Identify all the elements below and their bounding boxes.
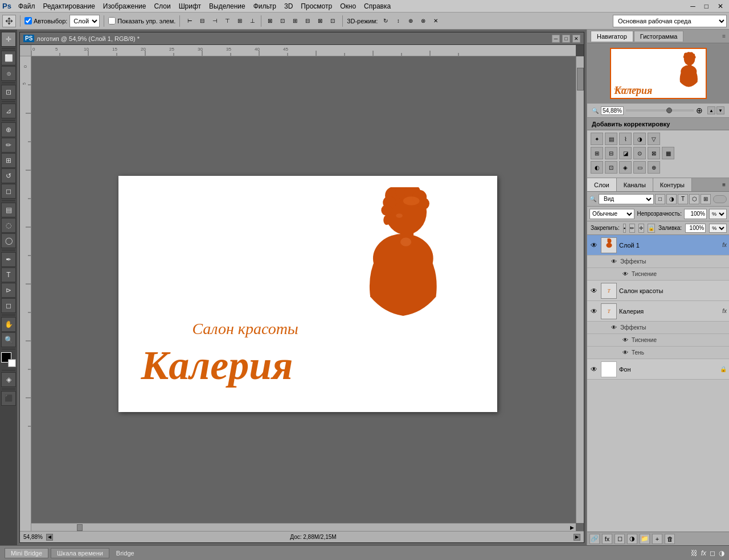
menu-view[interactable]: Просмотр xyxy=(297,1,335,11)
adj-colorlookup-icon[interactable]: ▦ xyxy=(662,147,674,159)
adj-posterize-icon[interactable]: ⊡ xyxy=(605,161,617,174)
align-center-v-icon[interactable]: ⊞ xyxy=(234,15,245,27)
menu-edit[interactable]: Редактирование xyxy=(39,1,98,11)
adj-gradient-map-icon[interactable]: ▭ xyxy=(633,161,646,174)
lock-transparency-btn[interactable]: ▪ xyxy=(623,224,626,233)
nav-btn-1[interactable]: ▲ xyxy=(707,106,715,114)
layers-kind-select[interactable]: Вид xyxy=(599,194,654,204)
layers-filter-pixel-btn[interactable]: □ xyxy=(655,194,665,204)
menu-filter[interactable]: Фильтр xyxy=(250,1,280,11)
marquee-tool[interactable]: ⬜ xyxy=(1,51,16,65)
tab-layers[interactable]: Слои xyxy=(587,178,617,191)
layer-visibility-salon[interactable]: 👁 xyxy=(589,286,599,295)
menu-font[interactable]: Шрифт xyxy=(175,1,204,11)
eyedropper-tool[interactable]: ⊿ xyxy=(1,104,16,118)
align-bottom-icon[interactable]: ⊥ xyxy=(247,15,258,27)
history-brush-tool[interactable]: ↺ xyxy=(1,168,16,183)
canvas-close-btn[interactable]: ✕ xyxy=(572,35,580,43)
layer-sub-shadow-k[interactable]: 👁 Тень xyxy=(587,347,729,359)
crop-tool[interactable]: ⊡ xyxy=(1,85,16,100)
zoom-in-icon[interactable]: ⊕ xyxy=(696,106,703,115)
3d-orbit-icon[interactable]: ⊗ xyxy=(417,15,429,27)
quick-mask-tool[interactable]: ◈ xyxy=(1,372,16,387)
adj-selective-color-icon[interactable]: ⊕ xyxy=(648,161,660,174)
distribute-center-h-icon[interactable]: ⊡ xyxy=(277,15,288,27)
canvas-minimize-btn[interactable]: ─ xyxy=(552,35,560,43)
align-left-icon[interactable]: ⊢ xyxy=(184,15,195,27)
layers-filter-toggle[interactable] xyxy=(713,195,727,203)
layer-style-btn[interactable]: fx xyxy=(602,534,612,544)
layer-sub-effects-k[interactable]: 👁 Эффекты xyxy=(587,322,729,334)
layers-blend-mode-select[interactable]: Обычные xyxy=(589,209,634,219)
layers-panel-menu-btn[interactable]: ≡ xyxy=(719,182,729,188)
layer-sub-eye-1[interactable]: 👁 xyxy=(610,258,618,266)
scrollbar-h-thumb[interactable] xyxy=(77,524,83,531)
layers-filter-shape-btn[interactable]: ⬡ xyxy=(689,194,699,204)
pen-tool[interactable]: ✒ xyxy=(1,252,16,267)
show-transform-checkbox[interactable]: Показать упр. элем. xyxy=(108,17,175,24)
menu-3d[interactable]: 3D xyxy=(281,1,296,11)
scrollbar-v-thumb[interactable] xyxy=(577,68,584,90)
layers-opacity-input[interactable] xyxy=(684,209,707,219)
canvas-restore-btn[interactable]: □ xyxy=(562,35,570,43)
canvas-scroll-area[interactable]: Салон красоты Калерия ▶ xyxy=(31,56,584,531)
nav-btn-2[interactable]: ▼ xyxy=(716,106,724,114)
align-right-icon[interactable]: ⊣ xyxy=(209,15,220,27)
menu-file[interactable]: Файл xyxy=(15,1,39,11)
eraser-tool[interactable]: ◻ xyxy=(1,184,16,199)
adj-photofilter-icon[interactable]: ⊙ xyxy=(633,147,646,159)
tab-paths[interactable]: Контуры xyxy=(653,178,692,191)
lock-all-btn[interactable]: 🔒 xyxy=(648,224,655,233)
distribute-left-icon[interactable]: ⊠ xyxy=(264,15,276,27)
zoom-decrease-btn[interactable]: ◀ xyxy=(46,534,53,541)
layer-link-btn[interactable]: 🔗 xyxy=(589,534,600,544)
screen-mode-tool[interactable]: ⬛ xyxy=(1,391,16,406)
lock-position-btn[interactable]: ✛ xyxy=(638,224,644,233)
scrollbar-horizontal[interactable]: ▶ xyxy=(31,523,576,531)
layer-new-btn[interactable]: + xyxy=(652,534,662,544)
auto-select-checkbox[interactable]: Автовыбор: xyxy=(24,17,67,24)
bottom-fx-icon[interactable]: fx xyxy=(701,549,706,557)
tab-navigator[interactable]: Навигатор xyxy=(591,31,633,42)
bottom-tab-minibridge[interactable]: Mini Bridge xyxy=(5,548,48,558)
zoom-slider-thumb[interactable] xyxy=(666,108,672,113)
adj-invert-icon[interactable]: ◐ xyxy=(591,161,603,174)
layer-item-background[interactable]: 👁 Фон 🔒 xyxy=(587,359,729,380)
menu-window[interactable]: Окно xyxy=(337,1,359,11)
shape-tool[interactable]: ◻ xyxy=(1,298,16,313)
bottom-chain-icon[interactable]: ⛓ xyxy=(691,549,698,557)
distribute-bottom-icon[interactable]: ⊡ xyxy=(327,15,338,27)
hand-tool[interactable]: ✋ xyxy=(1,317,16,332)
layer-sub-eye-shadow-k[interactable]: 👁 xyxy=(621,349,629,357)
gradient-tool[interactable]: ▤ xyxy=(1,203,16,217)
layer-mask-btn[interactable]: ◻ xyxy=(615,534,625,544)
restore-btn[interactable]: □ xyxy=(701,1,712,11)
scroll-arrow-right[interactable]: ▶ xyxy=(568,524,576,532)
adj-colorbalance-icon[interactable]: ⊟ xyxy=(605,147,617,159)
zoom-value-input[interactable]: 54,88% xyxy=(601,106,624,115)
text-tool[interactable]: T xyxy=(1,267,16,282)
layer-sub-eye-tis-k[interactable]: 👁 xyxy=(621,336,629,344)
move-tool-btn[interactable] xyxy=(2,15,16,27)
adj-exposure-icon[interactable]: ◑ xyxy=(633,133,646,145)
background-color[interactable] xyxy=(8,359,16,367)
lock-pixels-btn[interactable]: ✏ xyxy=(629,224,635,233)
adj-curves-icon[interactable]: ⌇ xyxy=(619,133,632,145)
bottom-tab-timeline[interactable]: Шкала времени xyxy=(51,548,109,558)
fill-value-input[interactable] xyxy=(685,224,706,233)
adj-bw-icon[interactable]: ◪ xyxy=(619,147,632,159)
layer-sub-effects-1[interactable]: 👁 Эффекты xyxy=(587,256,729,268)
path-select-tool[interactable]: ⊳ xyxy=(1,283,16,298)
menu-help[interactable]: Справка xyxy=(361,1,394,11)
zoom-out-icon[interactable]: 🔍 xyxy=(592,108,599,114)
minimize-btn[interactable]: ─ xyxy=(687,1,699,11)
bottom-mask-icon[interactable]: ◻ xyxy=(710,549,715,557)
layer-group-btn[interactable]: 📁 xyxy=(640,534,650,544)
menu-select[interactable]: Выделение xyxy=(206,1,249,11)
3d-extra-icon[interactable]: ✕ xyxy=(430,15,441,27)
layer-visibility-sloy1[interactable]: 👁 xyxy=(589,241,599,250)
menu-image[interactable]: Изображение xyxy=(100,1,150,11)
layer-item-salon[interactable]: 👁 T Салон красоты xyxy=(587,281,729,301)
menu-layers[interactable]: Слои xyxy=(150,1,174,11)
fill-unit-select[interactable]: % xyxy=(709,224,727,233)
